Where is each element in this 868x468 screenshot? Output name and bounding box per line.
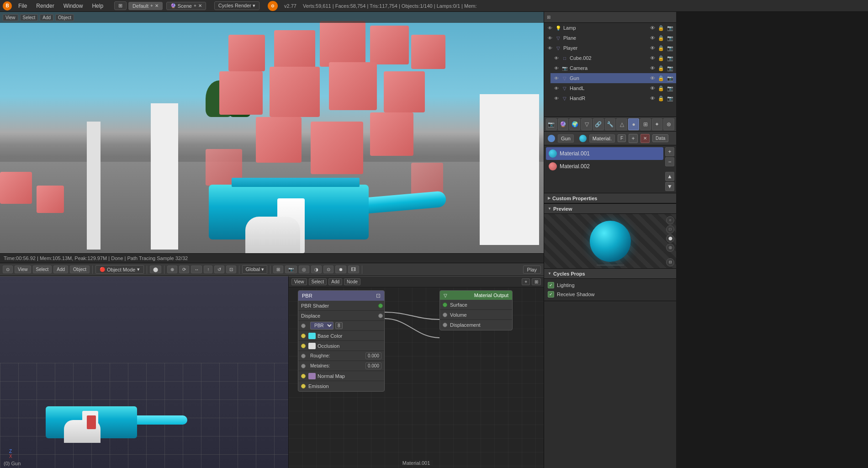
toolbar-select-btn[interactable]: Select — [33, 266, 52, 273]
mat-remove-button[interactable]: ✕ — [640, 134, 650, 143]
plane-vis-icon[interactable]: 👁 — [547, 35, 553, 41]
outliner-cube002[interactable]: 👁 □ Cube.002 👁 🔒 📷 — [550, 53, 676, 63]
player-vis-icon[interactable]: 👁 — [547, 45, 553, 51]
pbr-rough-val[interactable]: 0.000 — [365, 352, 381, 359]
toolbar-overlay-btn[interactable]: ◎ — [299, 266, 309, 273]
toolbar-record-btn[interactable]: ⏺ — [335, 266, 346, 273]
object-mode-selector[interactable]: 🔴 Object Mode ▾ — [95, 265, 144, 274]
cube002-vis-icon[interactable]: 👁 — [553, 55, 560, 61]
handl-render[interactable]: 📷 — [667, 85, 673, 91]
outliner-player[interactable]: 👁 ▽ Player 👁 🔒 📷 — [544, 43, 676, 53]
scene-add-icon[interactable]: + — [194, 3, 196, 8]
ne-zoom-icon[interactable]: ⊞ — [532, 278, 541, 285]
gun-render[interactable]: 📷 — [667, 75, 673, 81]
toolbar-pivot-btn[interactable]: ⊕ — [167, 266, 177, 273]
toolbar-add-btn[interactable]: Add — [53, 266, 68, 273]
viewport-menu-btn[interactable]: View — [3, 14, 18, 21]
custom-props-header[interactable]: ▶ Custom Properties — [544, 193, 676, 203]
lamp-eye[interactable]: 👁 — [650, 25, 655, 31]
props-material-icon[interactable]: ● — [628, 118, 639, 130]
layout-add-icon[interactable]: + — [150, 3, 153, 8]
ne-add-btn[interactable]: Add — [328, 278, 342, 285]
menu-file[interactable]: File — [16, 2, 30, 10]
outliner-plane[interactable]: 👁 ▽ Plane 👁 🔒 📷 — [544, 33, 676, 43]
props-constraints-icon[interactable]: 🔗 — [593, 118, 604, 130]
handl-vis-icon[interactable]: 👁 — [553, 85, 560, 91]
plane-lock[interactable]: 🔒 — [658, 35, 664, 41]
outliner-handl[interactable]: 👁 ▽ HandL 👁 🔒 📷 — [550, 83, 676, 93]
preview-env-btn[interactable]: ◎ — [666, 244, 674, 252]
preview-header[interactable]: ▼ Preview — [544, 204, 676, 214]
props-modifiers-icon[interactable]: 🔧 — [605, 118, 616, 130]
ne-node-btn[interactable]: Node — [344, 278, 360, 285]
gun-eye[interactable]: 👁 — [650, 75, 655, 81]
handr-eye[interactable]: 👁 — [650, 96, 655, 101]
mat-move-up-btn[interactable]: + — [665, 147, 674, 156]
toolbar-object-btn[interactable]: Object — [70, 266, 90, 273]
lamp-vis-icon[interactable]: 👁 — [547, 25, 553, 31]
plane-eye[interactable]: 👁 — [650, 35, 655, 41]
props-physics-icon[interactable]: ⊛ — [663, 118, 674, 130]
scene-close-icon[interactable]: ✕ — [198, 3, 202, 8]
camera-vis-icon[interactable]: 👁 — [553, 65, 560, 71]
cube002-eye[interactable]: 👁 — [650, 55, 655, 61]
material-item-001[interactable]: Material.001 — [546, 147, 663, 160]
plane-render[interactable]: 📷 — [667, 35, 673, 41]
toolbar-transform-btn[interactable]: ⟳ — [179, 266, 189, 273]
handr-render[interactable]: 📷 — [667, 96, 673, 101]
toolbar-manipulator-btn[interactable]: ↔ — [191, 266, 202, 273]
preview-bg-btn[interactable]: ⬤ — [666, 234, 674, 243]
viewport-object-btn[interactable]: Object — [55, 14, 74, 21]
preview-sphere-btn[interactable]: ○ — [666, 216, 674, 224]
handr-vis-icon[interactable]: 👁 — [553, 95, 560, 101]
camera-eye[interactable]: 👁 — [650, 65, 655, 71]
player-render[interactable]: 📷 — [667, 45, 673, 51]
handr-lock[interactable]: 🔒 — [658, 96, 664, 101]
node-editor[interactable]: View Select Add Node + ⊞ — [289, 276, 544, 468]
data-button[interactable]: Data — [652, 134, 668, 142]
props-render-icon[interactable]: 📷 — [546, 118, 557, 130]
lamp-render[interactable]: 📷 — [667, 25, 673, 31]
global-selector[interactable]: Global ▾ — [242, 265, 267, 274]
toolbar-shading-btn[interactable]: ◑ — [311, 266, 322, 273]
menu-help[interactable]: Help — [89, 2, 106, 10]
ne-view-btn[interactable]: View — [291, 278, 307, 285]
mat-down-btn[interactable]: ▼ — [665, 182, 674, 191]
player-eye[interactable]: 👁 — [650, 45, 655, 51]
outliner-gun[interactable]: 👁 ▽ Gun 👁 🔒 📷 — [550, 73, 676, 83]
layout-tab-default[interactable]: Default + ✕ — [128, 2, 163, 10]
camera-lock[interactable]: 🔒 — [658, 65, 664, 71]
mat-f-button[interactable]: F — [618, 134, 626, 142]
toolbar-rotate-btn[interactable]: ↺ — [214, 266, 224, 273]
render-engine-selector[interactable]: Cycles Render ▾ — [214, 1, 259, 10]
outliner-camera[interactable]: 👁 📷 Camera 👁 🔒 📷 — [550, 63, 676, 73]
props-data-icon[interactable]: △ — [616, 118, 627, 130]
preview-flat-btn[interactable]: □ — [666, 225, 674, 234]
props-particles-icon[interactable]: ✦ — [652, 118, 663, 130]
gun-lock[interactable]: 🔒 — [658, 75, 664, 81]
gun-vis-icon[interactable]: 👁 — [553, 75, 560, 81]
layout-close-icon[interactable]: ✕ — [155, 3, 159, 8]
toolbar-prop-edit-btn[interactable]: ⊙ — [323, 266, 333, 273]
cube002-lock[interactable]: 🔒 — [658, 55, 664, 61]
toolbar-dot-btn[interactable]: ⬤ — [150, 266, 161, 273]
toolbar-frame-btn[interactable]: 🎞 — [348, 266, 359, 273]
mat-up-btn[interactable]: ▲ — [665, 172, 674, 181]
toolbar-mode-icon[interactable]: ⊙ — [3, 266, 13, 273]
outliner-handr[interactable]: 👁 ▽ HandR 👁 🔒 📷 — [550, 93, 676, 103]
cube002-render[interactable]: 📷 — [667, 55, 673, 61]
toolbar-snap-btn[interactable]: ⊞ — [273, 266, 283, 273]
viewport-add-btn[interactable]: Add — [40, 14, 53, 21]
props-object-icon[interactable]: ▽ — [581, 118, 592, 130]
toolbar-render-btn[interactable]: 📷 — [285, 266, 297, 273]
material-item-002[interactable]: Material.002 — [546, 160, 663, 173]
ne-add-icon[interactable]: + — [522, 278, 530, 285]
props-texture-icon[interactable]: ⊞ — [640, 118, 651, 130]
camera-render[interactable]: 📷 — [667, 65, 673, 71]
pbr-node-collapse[interactable]: ⊡ — [376, 292, 381, 299]
toolbar-scale-btn[interactable]: ⊡ — [226, 266, 236, 273]
mat-add-button[interactable]: + — [629, 134, 638, 143]
small-viewport[interactable]: Z X (0) Gun — [0, 276, 289, 468]
mat-move-down-btn[interactable]: − — [665, 157, 674, 166]
props-world-icon[interactable]: 🌍 — [569, 118, 580, 130]
